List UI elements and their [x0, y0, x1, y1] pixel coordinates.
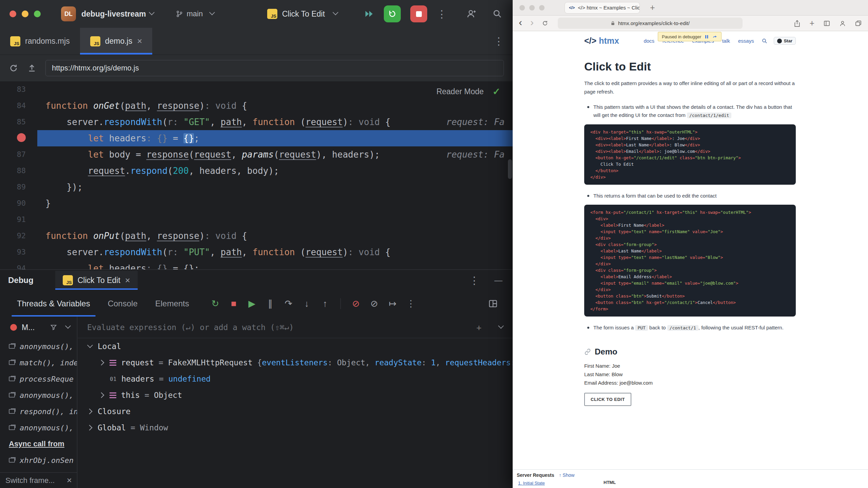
- editor-line[interactable]: 94 let headers: {} = {};: [0, 260, 513, 269]
- line-number[interactable]: 88: [0, 163, 37, 179]
- file-url-field[interactable]: https://htmx.org/js/demo.js: [45, 60, 504, 76]
- line-number[interactable]: 94: [0, 260, 37, 269]
- expander-closed-icon[interactable]: [87, 409, 93, 414]
- resume-icon[interactable]: ▶: [246, 298, 258, 309]
- stack-frame[interactable]: anonymous(),: [0, 420, 77, 436]
- close-icon[interactable]: [67, 475, 72, 486]
- share-icon[interactable]: [794, 20, 801, 27]
- tab-threads-variables[interactable]: Threads & Variables: [8, 291, 99, 317]
- zoom-window-button[interactable]: [34, 11, 41, 17]
- more-icon[interactable]: [469, 274, 479, 286]
- editor-line[interactable]: 85 server.respondWith(r: "GET", path, fu…: [0, 114, 513, 130]
- chevron-down-icon[interactable]: [498, 323, 504, 329]
- editor-line[interactable]: 92function onPut(path, response): void {: [0, 228, 513, 244]
- resume-icon[interactable]: [705, 35, 709, 39]
- reader-mode-label[interactable]: Reader Mode: [436, 87, 484, 96]
- breakpoint-icon[interactable]: [17, 133, 26, 142]
- nav-link-essays[interactable]: essays: [738, 38, 754, 44]
- line-number[interactable]: 84: [0, 98, 37, 114]
- close-window-button[interactable]: [519, 5, 525, 11]
- new-tab-button[interactable]: [650, 3, 655, 13]
- editor-line[interactable]: 89 });: [0, 179, 513, 195]
- show-link[interactable]: ↑ Show: [559, 472, 574, 478]
- view-breakpoints-icon[interactable]: ⊘: [369, 298, 380, 309]
- editor-line[interactable]: 84function onGet(path, response): void {: [0, 98, 513, 114]
- editor-line[interactable]: 83: [0, 81, 513, 98]
- editor-line[interactable]: 88 request.respond(200, headers, body);: [0, 163, 513, 179]
- stack-frame[interactable]: processReque: [0, 371, 77, 387]
- minimize-window-button[interactable]: [529, 5, 535, 11]
- variable-row[interactable]: Global = Window: [78, 420, 513, 436]
- breakpoint-gutter[interactable]: [0, 130, 37, 146]
- pause-icon[interactable]: ∥: [264, 298, 276, 309]
- stack-frame[interactable]: anonymous(),: [0, 387, 77, 403]
- address-bar[interactable]: htmx.org/examples/click-to-edit/: [558, 18, 743, 29]
- variable-row[interactable]: Closure: [78, 403, 513, 420]
- expander-closed-icon[interactable]: [87, 425, 93, 431]
- variable-row[interactable]: Local: [78, 338, 513, 354]
- tab-console[interactable]: Console: [99, 291, 146, 317]
- refresh-icon[interactable]: [9, 63, 18, 73]
- stack-frame[interactable]: match(), inde: [0, 354, 77, 371]
- tab-demo-js[interactable]: demo.js: [80, 28, 153, 55]
- editor-line[interactable]: let headers: {} = {};: [0, 130, 513, 146]
- line-number[interactable]: 91: [0, 211, 37, 228]
- add-watch-icon[interactable]: [476, 322, 481, 333]
- close-icon[interactable]: [137, 36, 142, 46]
- reload-icon[interactable]: [542, 20, 548, 26]
- line-number[interactable]: 89: [0, 179, 37, 195]
- stack-frame[interactable]: xhrObj.onSen: [0, 452, 77, 468]
- thread-selector[interactable]: M...: [0, 317, 77, 338]
- variable-row[interactable]: this = Object: [78, 387, 513, 403]
- close-window-button[interactable]: [9, 11, 16, 17]
- minimize-icon[interactable]: [494, 276, 502, 285]
- sidebar-icon[interactable]: [823, 20, 830, 27]
- tab-elements[interactable]: Elements: [146, 291, 198, 317]
- line-number[interactable]: 83: [0, 81, 37, 98]
- evaluate-expression-input[interactable]: Evaluate expression (↵) or add a watch (…: [78, 317, 513, 338]
- step-icon[interactable]: [712, 35, 717, 39]
- upload-icon[interactable]: [27, 63, 37, 73]
- minimize-window-button[interactable]: [22, 11, 28, 17]
- site-search-icon[interactable]: [762, 38, 768, 44]
- line-number[interactable]: 93: [0, 244, 37, 260]
- stack-frame[interactable]: Async call from: [0, 436, 77, 452]
- layout-settings-icon[interactable]: [488, 299, 505, 308]
- line-number[interactable]: 85: [0, 114, 37, 130]
- expander-open-icon[interactable]: [87, 342, 93, 348]
- editor-line[interactable]: 87 let body = response(request, params(r…: [0, 146, 513, 163]
- line-number[interactable]: 87: [0, 146, 37, 163]
- github-star-button[interactable]: Star: [774, 37, 796, 45]
- scrollbar-thumb[interactable]: [508, 159, 512, 179]
- forward-button[interactable]: [530, 17, 534, 29]
- profile-icon[interactable]: [839, 20, 846, 27]
- add-user-icon[interactable]: [467, 9, 477, 19]
- mute-breakpoints-icon[interactable]: ⊘: [350, 298, 362, 309]
- htmx-logo-icon[interactable]: </>: [584, 36, 596, 46]
- stop-debug-button[interactable]: [410, 5, 427, 22]
- step-over-icon[interactable]: ↷: [283, 298, 294, 309]
- more-icon[interactable]: [494, 35, 513, 47]
- add-tab-icon[interactable]: [809, 18, 814, 28]
- initial-state-link[interactable]: 1. Initial State: [518, 481, 545, 486]
- expander-closed-icon[interactable]: [99, 392, 104, 398]
- restart-debug-button[interactable]: [384, 5, 401, 22]
- variable-row[interactable]: 01headers = undefined: [78, 371, 513, 387]
- run-config-selector[interactable]: Click To Edit: [267, 0, 338, 28]
- browser-tab[interactable]: </> </> htmx ~ Examples ~ Click: [565, 2, 640, 14]
- rerun-icon[interactable]: ↻: [210, 298, 221, 309]
- filter-icon[interactable]: [50, 324, 57, 331]
- nav-link-talk[interactable]: talk: [722, 38, 730, 44]
- debug-session-tab[interactable]: Click To Edit: [55, 271, 138, 290]
- expander-closed-icon[interactable]: [99, 360, 104, 366]
- inspections-ok-icon[interactable]: [493, 86, 500, 97]
- htmx-logo-text[interactable]: htmx: [599, 36, 619, 46]
- variable-row[interactable]: request = FakeXMLHttpRequest {eventListe…: [78, 354, 513, 371]
- stack-frame[interactable]: anonymous(),: [0, 338, 77, 354]
- stop-icon[interactable]: ■: [228, 299, 239, 309]
- more-actions-icon[interactable]: ⋮: [405, 298, 417, 309]
- click-to-edit-button[interactable]: CLICK TO EDIT: [584, 393, 631, 406]
- branch-selector[interactable]: main: [176, 9, 215, 18]
- editor-line[interactable]: 91: [0, 211, 513, 228]
- more-icon[interactable]: [437, 8, 447, 20]
